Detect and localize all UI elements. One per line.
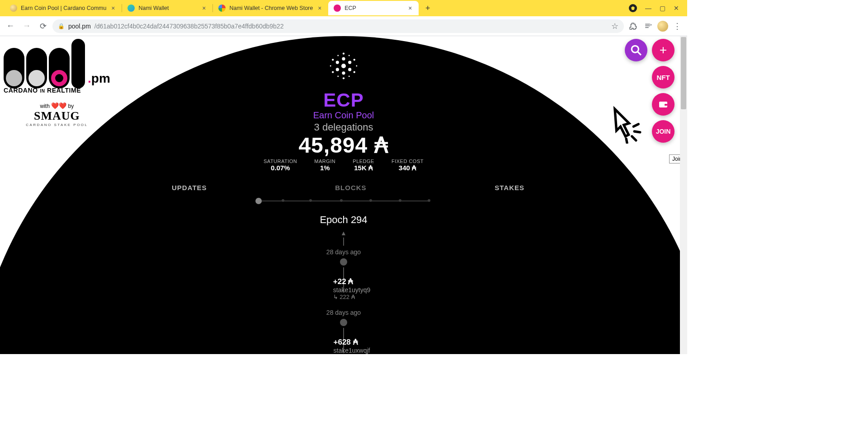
search-button[interactable] [625, 39, 647, 61]
svg-point-17 [349, 76, 350, 77]
svg-point-3 [348, 68, 351, 71]
event-address[interactable]: stake1uxwqjf [334, 347, 370, 354]
sponsor-logo[interactable]: with ❤️❤️ by SMAUG CARDANO STAKE POOL [4, 102, 110, 127]
sponsor-with: with ❤️❤️ by [4, 102, 110, 109]
event-balance: ↳ 222 ₳ [333, 294, 371, 300]
favicon-icon [10, 5, 17, 12]
address-bar[interactable]: 🔒 pool.pm/d61ab012cf4b0c24daf2447309638b… [52, 19, 624, 33]
search-icon [630, 44, 642, 56]
logo-letter-l-icon [71, 39, 85, 89]
cardano-logo-icon [327, 50, 360, 82]
stat-value: 15K ₳ [353, 164, 374, 172]
tab-stakes[interactable]: STAKES [495, 184, 524, 191]
stat-saturation: SATURATION 0.07% [264, 159, 297, 172]
pool-ticker: ECP [172, 89, 515, 111]
pool-tabs: UPDATES BLOCKS STAKES [172, 184, 524, 191]
arrow-up-icon: ▲ [172, 229, 515, 237]
nft-button[interactable]: NFT [652, 66, 675, 89]
scrollbar-thumb[interactable] [681, 37, 686, 109]
close-icon[interactable]: × [110, 5, 116, 11]
site-logo[interactable]: .pm CARDANO IN REALTIME with ❤️❤️ by SMA… [4, 39, 110, 127]
timeline-node-icon [340, 258, 347, 266]
forward-button[interactable]: → [20, 19, 33, 33]
wallet-icon [658, 99, 669, 110]
stat-value: 0.07% [264, 164, 297, 172]
event-time: 28 days ago [172, 248, 515, 256]
tab-title: ECP [344, 5, 403, 11]
pool-name[interactable]: Earn Coin Pool [172, 110, 515, 121]
svg-point-8 [354, 59, 355, 61]
back-button[interactable]: ← [4, 19, 17, 33]
slider-tick [428, 199, 430, 202]
close-window-icon[interactable]: ✕ [674, 5, 679, 12]
slider-knob[interactable] [255, 198, 262, 204]
favicon-icon [127, 5, 135, 12]
slider-tick [369, 199, 372, 202]
svg-point-11 [332, 71, 334, 73]
sponsor-name: SMAUG [4, 109, 110, 123]
scrollbar[interactable] [680, 36, 687, 354]
event-address[interactable]: stake1uytyq9 [333, 286, 371, 294]
stat-pledge: PLEDGE 15K ₳ [353, 159, 374, 172]
stat-value: 1% [314, 164, 335, 172]
epoch-slider[interactable] [258, 198, 429, 204]
pool-stake-amount: 45,894 [172, 132, 515, 158]
extensions-icon[interactable] [627, 20, 639, 33]
slider-tick [282, 199, 284, 202]
pool-delegations: 3 delegations [172, 121, 515, 133]
tab-strip: Earn Coin Pool | Cardano Commu × Nami Wa… [0, 0, 687, 16]
minimize-icon[interactable]: — [645, 5, 651, 12]
logo-letter-p-icon [4, 48, 24, 89]
shield-icon[interactable] [629, 4, 637, 12]
svg-point-9 [354, 71, 355, 73]
close-icon[interactable]: × [316, 5, 323, 11]
browser-tab-1[interactable]: Nami Wallet × [122, 1, 212, 15]
event-amount: +22 ₳ [333, 277, 371, 286]
stat-fixed-cost: FIXED COST 340 ₳ [392, 159, 424, 172]
page-content: ECP Earn Coin Pool 3 delegations 45,894 … [0, 36, 687, 354]
add-button[interactable]: + [652, 39, 675, 61]
svg-line-20 [637, 51, 641, 55]
svg-rect-22 [665, 104, 667, 106]
svg-point-5 [336, 68, 339, 71]
join-button[interactable]: JOIN [652, 120, 675, 143]
window-controls: — ▢ ✕ [629, 4, 687, 12]
maximize-icon[interactable]: ▢ [660, 5, 665, 12]
tab-title: Nami Wallet [138, 5, 197, 11]
event-amount: +628 ₳ [334, 337, 370, 347]
close-icon[interactable]: × [407, 5, 413, 11]
url-path: /d61ab012cf4b0c24daf2447309638b25573f85b… [94, 23, 284, 30]
svg-point-6 [336, 61, 339, 64]
reload-button[interactable]: ⟳ [36, 19, 50, 33]
svg-point-16 [330, 65, 331, 67]
browser-tab-0[interactable]: Earn Coin Pool | Cardano Commu × [5, 1, 122, 15]
new-tab-button[interactable]: + [421, 2, 434, 14]
browser-toolbar: ← → ⟳ 🔒 pool.pm/d61ab012cf4b0c24daf24473… [0, 16, 687, 36]
stat-label: FIXED COST [392, 159, 424, 164]
browser-tab-2[interactable]: Nami Wallet - Chrome Web Store × [213, 1, 328, 15]
timeline-event: 28 days ago +628 ₳ stake1uxwqjf ↳ 15,654… [172, 309, 515, 354]
tab-updates[interactable]: UPDATES [172, 184, 207, 191]
bookmark-star-icon[interactable]: ☆ [611, 21, 618, 31]
svg-point-0 [341, 64, 346, 68]
wallet-button[interactable] [652, 93, 675, 116]
svg-point-19 [632, 46, 638, 52]
browser-tab-3[interactable]: ECP × [328, 1, 419, 15]
svg-line-23 [633, 124, 638, 126]
heart-icon: ❤️❤️ [51, 102, 66, 109]
stat-label: MARGIN [314, 159, 335, 164]
logo-pm: .pm [88, 71, 110, 86]
tab-blocks[interactable]: BLOCKS [335, 184, 366, 191]
url-domain: pool.pm [68, 23, 91, 30]
profile-avatar[interactable] [657, 21, 668, 32]
reading-list-icon[interactable] [642, 20, 655, 33]
stat-label: SATURATION [264, 159, 297, 164]
lock-icon: 🔒 [58, 23, 65, 29]
kebab-menu-icon[interactable]: ⋮ [671, 21, 684, 31]
svg-line-26 [626, 139, 627, 143]
cursor-click-icon [607, 103, 647, 144]
svg-point-18 [337, 76, 339, 77]
timeline-node-icon [340, 319, 347, 326]
close-icon[interactable]: × [201, 5, 207, 11]
stat-value: 340 ₳ [392, 164, 424, 172]
